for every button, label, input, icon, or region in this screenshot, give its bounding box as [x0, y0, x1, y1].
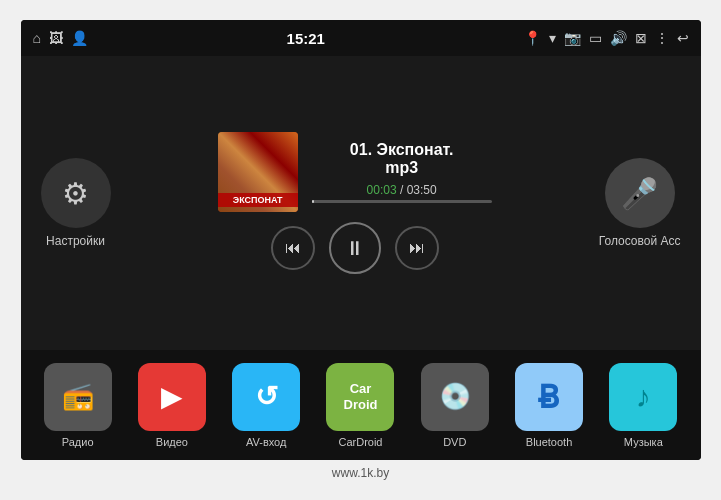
cardroid-icon: CarDroid: [326, 363, 394, 431]
apps-bar: 📻 Радио ▶ Видео ↺ AV-вход CarDroid CarDr…: [21, 350, 701, 460]
wifi-icon: ▾: [549, 30, 556, 46]
voice-icon: 🎤: [605, 158, 675, 228]
app-radio[interactable]: 📻 Радио: [44, 363, 112, 448]
bluetooth-icon: Ƀ: [515, 363, 583, 431]
time-total-value: 03:50: [407, 183, 437, 197]
more-icon[interactable]: ⋮: [655, 30, 669, 46]
screen-icon: ▭: [589, 30, 602, 46]
time-total: /: [400, 183, 403, 197]
main-screen: ⌂ 🖼 👤 15:21 📍 ▾ 📷 ▭ 🔊 ⊠ ⋮ ↩ ⚙ Настройки: [21, 20, 701, 460]
status-left-icons: ⌂ 🖼 👤: [33, 30, 88, 46]
dvd-icon: 💿: [421, 363, 489, 431]
settings-icon: ⚙: [41, 158, 111, 228]
location-icon: 📍: [524, 30, 541, 46]
app-av[interactable]: ↺ AV-вход: [232, 363, 300, 448]
dvd-label: DVD: [443, 436, 466, 448]
volume-icon[interactable]: 🔊: [610, 30, 627, 46]
time-current: 00:03: [367, 183, 397, 197]
video-label: Видео: [156, 436, 188, 448]
status-bar: ⌂ 🖼 👤 15:21 📍 ▾ 📷 ▭ 🔊 ⊠ ⋮ ↩: [21, 20, 701, 56]
settings-app[interactable]: ⚙ Настройки: [41, 158, 111, 248]
image-icon: 🖼: [49, 30, 63, 46]
display-icon: ⊠: [635, 30, 647, 46]
app-music[interactable]: ♪ Музыка: [609, 363, 677, 448]
progress-container: 00:03 / 03:50: [312, 183, 492, 203]
app-dvd[interactable]: 💿 DVD: [421, 363, 489, 448]
voice-assistant-app[interactable]: 🎤 Голосовой Асс: [599, 158, 681, 248]
website-url: www.1k.by: [332, 466, 389, 480]
progress-bar[interactable]: [312, 200, 492, 203]
playback-controls: ⏮ ⏸ ⏭: [271, 222, 439, 274]
bluetooth-label: Bluetooth: [526, 436, 572, 448]
album-label: ЭКСПОНАТ: [218, 193, 298, 207]
music-label: Музыка: [624, 436, 663, 448]
main-content-area: ⚙ Настройки ЭКСПОНАТ 01. Экспонат. mp3: [21, 56, 701, 350]
av-icon: ↺: [232, 363, 300, 431]
settings-label: Настройки: [46, 234, 105, 248]
app-cardroid[interactable]: CarDroid CarDroid: [326, 363, 394, 448]
person-icon: 👤: [71, 30, 88, 46]
app-video[interactable]: ▶ Видео: [138, 363, 206, 448]
time-display: 00:03 / 03:50: [367, 183, 437, 197]
av-label: AV-вход: [246, 436, 286, 448]
track-ext: mp3: [312, 159, 492, 177]
app-bluetooth[interactable]: Ƀ Bluetooth: [515, 363, 583, 448]
track-info: 01. Экспонат. mp3 00:03 / 03:50: [312, 141, 492, 203]
radio-icon: 📻: [44, 363, 112, 431]
status-time: 15:21: [287, 30, 325, 47]
music-icon: ♪: [609, 363, 677, 431]
prev-button[interactable]: ⏮: [271, 226, 315, 270]
album-art: ЭКСПОНАТ: [218, 132, 298, 212]
progress-fill: [312, 200, 315, 203]
music-player: ЭКСПОНАТ 01. Экспонат. mp3 00:03 / 03:50: [218, 132, 492, 274]
status-right-icons: 📍 ▾ 📷 ▭ 🔊 ⊠ ⋮ ↩: [524, 30, 689, 46]
track-title: 01. Экспонат.: [312, 141, 492, 159]
cardroid-label: CarDroid: [338, 436, 382, 448]
back-icon[interactable]: ↩: [677, 30, 689, 46]
camera-icon: 📷: [564, 30, 581, 46]
pause-button[interactable]: ⏸: [329, 222, 381, 274]
voice-label: Голосовой Асс: [599, 234, 681, 248]
home-icon[interactable]: ⌂: [33, 30, 41, 46]
radio-label: Радио: [62, 436, 94, 448]
video-icon: ▶: [138, 363, 206, 431]
next-button[interactable]: ⏭: [395, 226, 439, 270]
